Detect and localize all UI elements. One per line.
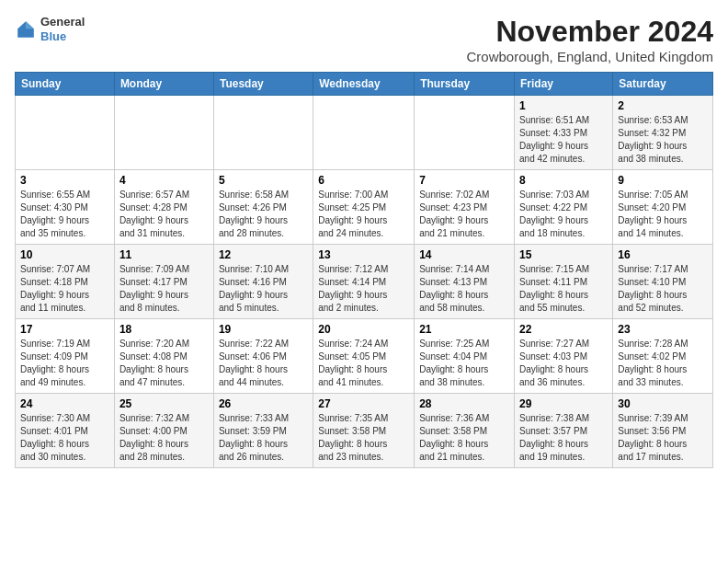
day-number: 11 [119, 248, 209, 261]
day-number: 10 [20, 248, 109, 261]
day-number: 30 [618, 397, 708, 410]
day-info: Sunrise: 7:24 AM Sunset: 4:05 PM Dayligh… [318, 338, 409, 389]
table-cell: 25Sunrise: 7:32 AM Sunset: 4:00 PM Dayli… [114, 394, 213, 468]
col-monday: Monday [114, 73, 213, 96]
col-sunday: Sunday [16, 73, 115, 96]
table-cell: 8Sunrise: 7:03 AM Sunset: 4:22 PM Daylig… [515, 170, 613, 245]
day-number: 12 [219, 248, 308, 261]
table-cell: 16Sunrise: 7:17 AM Sunset: 4:10 PM Dayli… [613, 245, 713, 319]
table-cell: 14Sunrise: 7:14 AM Sunset: 4:13 PM Dayli… [415, 245, 515, 319]
day-info: Sunrise: 6:51 AM Sunset: 4:33 PM Dayligh… [519, 114, 608, 166]
day-info: Sunrise: 7:36 AM Sunset: 3:58 PM Dayligh… [419, 412, 509, 464]
day-number: 22 [519, 323, 608, 336]
day-info: Sunrise: 7:25 AM Sunset: 4:04 PM Dayligh… [419, 338, 509, 389]
day-info: Sunrise: 7:17 AM Sunset: 4:10 PM Dayligh… [618, 263, 708, 315]
day-number: 16 [618, 248, 708, 261]
table-cell: 12Sunrise: 7:10 AM Sunset: 4:16 PM Dayli… [213, 245, 313, 319]
table-cell: 2Sunrise: 6:53 AM Sunset: 4:32 PM Daylig… [613, 96, 713, 170]
calendar-header-row: Sunday Monday Tuesday Wednesday Thursday… [16, 73, 713, 96]
day-info: Sunrise: 7:02 AM Sunset: 4:23 PM Dayligh… [419, 189, 509, 240]
table-cell [16, 96, 115, 170]
day-info: Sunrise: 7:03 AM Sunset: 4:22 PM Dayligh… [519, 189, 608, 240]
day-number: 14 [419, 248, 509, 261]
col-thursday: Thursday [415, 73, 515, 96]
table-cell: 9Sunrise: 7:05 AM Sunset: 4:20 PM Daylig… [613, 170, 713, 245]
table-cell: 27Sunrise: 7:35 AM Sunset: 3:58 PM Dayli… [313, 394, 415, 468]
table-cell: 10Sunrise: 7:07 AM Sunset: 4:18 PM Dayli… [16, 245, 115, 319]
day-number: 21 [419, 323, 509, 336]
day-number: 13 [318, 248, 409, 261]
day-number: 24 [20, 397, 109, 410]
table-cell: 30Sunrise: 7:39 AM Sunset: 3:56 PM Dayli… [613, 394, 713, 468]
day-info: Sunrise: 7:10 AM Sunset: 4:16 PM Dayligh… [219, 263, 308, 315]
day-info: Sunrise: 7:20 AM Sunset: 4:08 PM Dayligh… [119, 338, 209, 389]
logo-blue-text: Blue [40, 29, 85, 44]
logo: General Blue [15, 15, 85, 43]
calendar-week-4: 17Sunrise: 7:19 AM Sunset: 4:09 PM Dayli… [16, 319, 713, 394]
day-number: 6 [318, 174, 409, 187]
day-info: Sunrise: 6:55 AM Sunset: 4:30 PM Dayligh… [20, 189, 109, 240]
table-cell: 6Sunrise: 7:00 AM Sunset: 4:25 PM Daylig… [313, 170, 415, 245]
table-cell: 7Sunrise: 7:02 AM Sunset: 4:23 PM Daylig… [415, 170, 515, 245]
day-info: Sunrise: 7:05 AM Sunset: 4:20 PM Dayligh… [618, 189, 708, 240]
day-number: 23 [618, 323, 708, 336]
day-info: Sunrise: 7:22 AM Sunset: 4:06 PM Dayligh… [219, 338, 308, 389]
day-info: Sunrise: 7:35 AM Sunset: 3:58 PM Dayligh… [318, 412, 409, 464]
day-info: Sunrise: 7:00 AM Sunset: 4:25 PM Dayligh… [318, 189, 409, 240]
day-info: Sunrise: 6:57 AM Sunset: 4:28 PM Dayligh… [119, 189, 209, 240]
day-number: 15 [519, 248, 608, 261]
table-cell [114, 96, 213, 170]
table-cell: 28Sunrise: 7:36 AM Sunset: 3:58 PM Dayli… [415, 394, 515, 468]
svg-marker-1 [26, 21, 34, 29]
day-number: 1 [519, 99, 608, 112]
day-number: 5 [219, 174, 308, 187]
table-cell: 20Sunrise: 7:24 AM Sunset: 4:05 PM Dayli… [313, 319, 415, 394]
location-text: Crowborough, England, United Kingdom [467, 49, 714, 64]
table-cell: 26Sunrise: 7:33 AM Sunset: 3:59 PM Dayli… [213, 394, 313, 468]
day-number: 17 [20, 323, 109, 336]
calendar-week-5: 24Sunrise: 7:30 AM Sunset: 4:01 PM Dayli… [16, 394, 713, 468]
day-number: 7 [419, 174, 509, 187]
table-cell [213, 96, 313, 170]
table-cell: 13Sunrise: 7:12 AM Sunset: 4:14 PM Dayli… [313, 245, 415, 319]
day-number: 26 [219, 397, 308, 410]
col-tuesday: Tuesday [213, 73, 313, 96]
day-info: Sunrise: 7:14 AM Sunset: 4:13 PM Dayligh… [419, 263, 509, 315]
day-info: Sunrise: 7:12 AM Sunset: 4:14 PM Dayligh… [318, 263, 409, 315]
calendar-week-2: 3Sunrise: 6:55 AM Sunset: 4:30 PM Daylig… [16, 170, 713, 245]
table-cell [313, 96, 415, 170]
table-cell: 15Sunrise: 7:15 AM Sunset: 4:11 PM Dayli… [515, 245, 613, 319]
day-number: 25 [119, 397, 209, 410]
day-info: Sunrise: 7:28 AM Sunset: 4:02 PM Dayligh… [618, 338, 708, 389]
day-info: Sunrise: 7:07 AM Sunset: 4:18 PM Dayligh… [20, 263, 109, 315]
table-cell: 3Sunrise: 6:55 AM Sunset: 4:30 PM Daylig… [16, 170, 115, 245]
table-cell: 17Sunrise: 7:19 AM Sunset: 4:09 PM Dayli… [16, 319, 115, 394]
table-cell: 22Sunrise: 7:27 AM Sunset: 4:03 PM Dayli… [515, 319, 613, 394]
table-cell: 29Sunrise: 7:38 AM Sunset: 3:57 PM Dayli… [515, 394, 613, 468]
day-number: 18 [119, 323, 209, 336]
day-info: Sunrise: 7:27 AM Sunset: 4:03 PM Dayligh… [519, 338, 608, 389]
col-friday: Friday [515, 73, 613, 96]
calendar-table: Sunday Monday Tuesday Wednesday Thursday… [15, 72, 713, 468]
day-info: Sunrise: 7:19 AM Sunset: 4:09 PM Dayligh… [20, 338, 109, 389]
day-number: 3 [20, 174, 109, 187]
day-info: Sunrise: 7:30 AM Sunset: 4:01 PM Dayligh… [20, 412, 109, 464]
table-cell: 5Sunrise: 6:58 AM Sunset: 4:26 PM Daylig… [213, 170, 313, 245]
col-wednesday: Wednesday [313, 73, 415, 96]
col-saturday: Saturday [613, 73, 713, 96]
day-info: Sunrise: 7:09 AM Sunset: 4:17 PM Dayligh… [119, 263, 209, 315]
day-info: Sunrise: 7:32 AM Sunset: 4:00 PM Dayligh… [119, 412, 209, 464]
logo-general-text: General [40, 15, 85, 29]
table-cell: 11Sunrise: 7:09 AM Sunset: 4:17 PM Dayli… [114, 245, 213, 319]
logo-icon [15, 18, 37, 40]
calendar-week-3: 10Sunrise: 7:07 AM Sunset: 4:18 PM Dayli… [16, 245, 713, 319]
day-info: Sunrise: 6:53 AM Sunset: 4:32 PM Dayligh… [618, 114, 708, 166]
day-number: 8 [519, 174, 608, 187]
table-cell: 4Sunrise: 6:57 AM Sunset: 4:28 PM Daylig… [114, 170, 213, 245]
title-block: November 2024 Crowborough, England, Unit… [467, 15, 714, 64]
day-info: Sunrise: 7:38 AM Sunset: 3:57 PM Dayligh… [519, 412, 608, 464]
day-number: 4 [119, 174, 209, 187]
day-number: 9 [618, 174, 708, 187]
page-header: General Blue November 2024 Crowborough, … [15, 15, 713, 64]
day-info: Sunrise: 7:15 AM Sunset: 4:11 PM Dayligh… [519, 263, 608, 315]
